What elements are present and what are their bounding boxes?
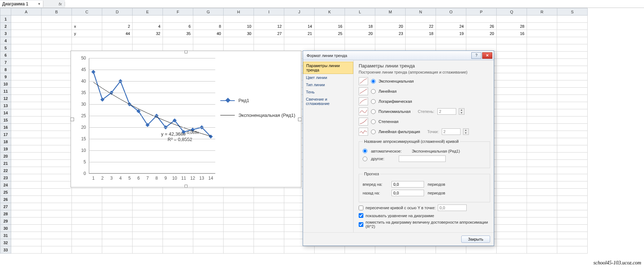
cell[interactable] [224,232,254,239]
radio-logarithmic[interactable] [371,99,376,104]
row-header[interactable]: 16 [0,124,11,131]
nav-item-glow[interactable]: Свечение и сглаживание [303,96,353,107]
col-header[interactable]: A [11,8,42,16]
cell[interactable] [497,59,527,66]
col-header[interactable]: E [133,8,163,16]
cell[interactable]: 24 [436,23,466,30]
cell[interactable] [557,189,588,196]
cell[interactable] [133,232,163,239]
row-header[interactable]: 17 [0,131,11,138]
cell[interactable] [527,73,557,80]
cell[interactable] [102,37,133,44]
cell[interactable] [527,203,557,210]
col-header[interactable]: Q [497,8,527,16]
cell[interactable] [11,153,42,160]
cell[interactable] [527,246,557,254]
col-header[interactable]: K [315,8,345,16]
cell[interactable] [133,16,163,23]
row-header[interactable]: 2 [0,23,11,30]
cell[interactable] [224,196,254,203]
cell[interactable] [72,239,102,246]
cell[interactable] [315,16,345,23]
cell[interactable] [193,218,224,225]
col-header[interactable]: L [345,8,375,16]
cell[interactable] [42,196,72,203]
cell[interactable] [102,218,133,225]
cell[interactable] [11,59,42,66]
cell[interactable]: 25 [315,30,345,37]
cell[interactable] [557,80,588,88]
cell[interactable] [497,232,527,239]
cell[interactable] [497,246,527,254]
cell[interactable]: 26 [466,23,497,30]
backward-field[interactable] [392,190,424,196]
cell[interactable] [527,153,557,160]
cell[interactable] [42,131,72,138]
checkbox-intercept[interactable] [359,206,363,210]
cell[interactable] [163,203,193,210]
cell[interactable] [497,138,527,145]
col-header[interactable]: R [527,8,557,16]
row-header[interactable]: 4 [0,37,11,44]
row-header[interactable]: 11 [0,88,11,95]
cell[interactable] [42,138,72,145]
cell[interactable] [133,203,163,210]
cell[interactable] [102,196,133,203]
col-header[interactable]: P [466,8,497,16]
cell[interactable] [497,44,527,52]
cell[interactable] [133,239,163,246]
cell[interactable] [497,52,527,59]
cell[interactable] [406,16,436,23]
cell[interactable]: 20 [375,23,406,30]
cell[interactable] [436,37,466,44]
col-header[interactable]: O [436,8,466,16]
cell[interactable] [557,131,588,138]
row-header[interactable]: 26 [0,196,11,203]
cell[interactable] [11,66,42,73]
cell[interactable]: 14 [284,23,315,30]
cell[interactable] [557,138,588,145]
col-header[interactable]: I [254,8,284,16]
col-header[interactable]: J [284,8,315,16]
cell[interactable]: y [72,30,102,37]
radio-name-auto[interactable] [363,149,367,153]
cell[interactable] [497,225,527,232]
cell[interactable] [11,117,42,124]
cell[interactable] [11,52,42,59]
row-header[interactable]: 15 [0,117,11,124]
col-header[interactable]: G [193,8,224,16]
cell[interactable] [557,88,588,95]
cell[interactable] [254,246,284,254]
cell[interactable]: 18 [406,30,436,37]
cell[interactable] [527,225,557,232]
resize-handle-bottom[interactable] [185,185,187,188]
dialog-titlebar[interactable]: Формат линии тренда ? ✕ [303,51,494,60]
cell[interactable] [193,246,224,254]
cell[interactable] [557,59,588,66]
cell[interactable] [557,181,588,189]
cell[interactable]: 27 [254,30,284,37]
cell[interactable] [557,232,588,239]
cell[interactable] [72,196,102,203]
cell[interactable] [497,167,527,174]
cell[interactable] [163,210,193,218]
cell[interactable] [527,117,557,124]
nav-item-params[interactable]: Параметры линии тренда [303,62,353,74]
cell[interactable] [133,189,163,196]
cell[interactable] [557,196,588,203]
row-header[interactable]: 5 [0,44,11,52]
cell[interactable]: 19 [436,30,466,37]
cell[interactable]: 28 [497,23,527,30]
cell[interactable] [163,232,193,239]
cell[interactable] [557,174,588,181]
cell[interactable] [497,153,527,160]
cell[interactable] [11,109,42,117]
cell[interactable] [315,246,345,254]
cell[interactable] [497,88,527,95]
checkbox-show-equation[interactable] [359,213,363,218]
cell[interactable] [527,138,557,145]
cell[interactable] [527,124,557,131]
cell[interactable] [42,153,72,160]
cell[interactable]: 16 [497,30,527,37]
cell[interactable] [254,218,284,225]
